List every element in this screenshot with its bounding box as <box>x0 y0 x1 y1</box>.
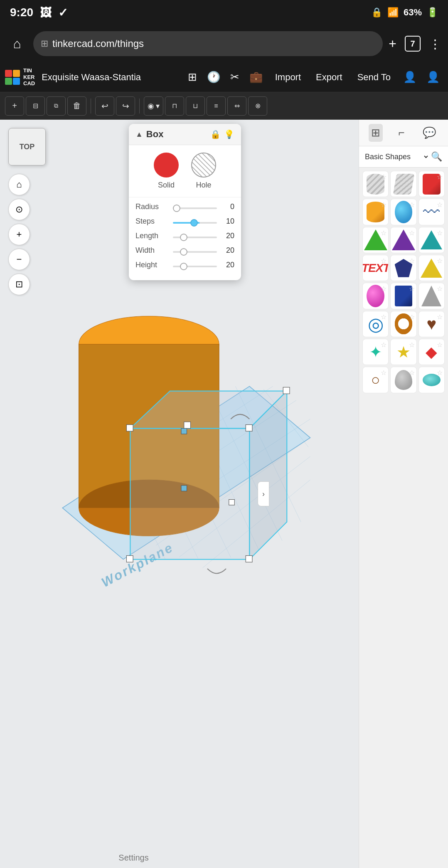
grid-view-btn[interactable]: ⊞ <box>185 67 200 87</box>
toolbar: + ⊟ ⧉ 🗑 ↩ ↪ ◉ ▾ ⊓ ⊔ ≡ ⇔ ⊗ <box>0 92 448 120</box>
workplane-dropdown[interactable]: ◉ ▾ <box>144 96 163 116</box>
url-icon: ⊞ <box>41 38 48 49</box>
shape-card-gray-cone[interactable]: ☆ <box>418 283 445 309</box>
shape-card-orange-cyl[interactable]: ☆ <box>362 199 389 225</box>
align-btn[interactable]: ⊔ <box>186 96 205 116</box>
mirror-btn[interactable]: ⇔ <box>227 96 246 116</box>
height-slider[interactable] <box>173 266 217 267</box>
ruler-btn[interactable]: ⊓ <box>165 96 184 116</box>
shape-star-orange-cyl[interactable]: ☆ <box>381 201 386 209</box>
user-icon[interactable]: 👤 <box>400 67 420 87</box>
shape-star-teal-gem[interactable]: ☆ <box>437 229 443 237</box>
panel-light-icon[interactable]: 💡 <box>224 129 234 139</box>
shape-star-brown-heart[interactable]: ☆ <box>437 313 443 321</box>
shape-card-red-box[interactable]: ☆ <box>418 171 445 197</box>
shape-star-gray-cone[interactable]: ☆ <box>437 285 443 293</box>
dropdown-arrow: ▾ <box>156 101 160 111</box>
corner-view-btn[interactable]: ⌐ <box>396 124 407 142</box>
shape-card-yellow-star[interactable]: ☆ ★ <box>390 339 416 365</box>
project-title: Exquisite Waasa-Stantia <box>42 72 185 83</box>
shape-star-red-box[interactable]: ☆ <box>437 173 443 181</box>
duplicate-btn[interactable]: ⧉ <box>47 96 66 116</box>
shape-card-teal-star[interactable]: ☆ ✦ <box>362 339 389 365</box>
delete-btn[interactable]: 🗑 <box>67 96 86 116</box>
shape-card-dark-gem[interactable]: ☆ <box>390 255 416 281</box>
browser-url-bar[interactable]: ⊞ tinkercad.com/things <box>33 31 383 56</box>
shape-star-teal-disc[interactable]: ☆ <box>437 369 443 377</box>
tab-count-badge[interactable]: 7 <box>405 36 421 52</box>
width-slider[interactable] <box>173 251 217 253</box>
profile-avatar[interactable]: 👤 <box>423 67 443 87</box>
shape-card-blue-cube[interactable]: ☆ <box>390 283 416 309</box>
import-btn[interactable]: Import <box>269 69 307 85</box>
length-slider[interactable] <box>173 237 217 238</box>
settings-footer[interactable]: Settings <box>0 847 267 868</box>
svg-rect-31 <box>181 429 187 434</box>
home-icon[interactable]: ⌂ <box>7 36 27 52</box>
redo-btn[interactable]: ↪ <box>116 96 135 116</box>
shape-card-green-pyramid[interactable]: ☆ <box>362 227 389 253</box>
shape-card-striped-box[interactable]: ☆ <box>390 171 416 197</box>
hole-shape-option[interactable]: Hole <box>191 153 216 190</box>
steps-slider[interactable] <box>173 222 217 224</box>
shape-card-red-gem[interactable]: ☆ ◆ <box>418 339 445 365</box>
panel-collapse-btn[interactable]: ▲ <box>135 130 143 139</box>
shape-card-brown-heart[interactable]: ☆ ♥ <box>418 311 445 337</box>
shape-card-blue-torus[interactable]: ☆ ◎ <box>362 311 389 337</box>
shape-star-yellow-star[interactable]: ☆ <box>409 341 415 349</box>
shape-card-gray-stone[interactable]: ☆ <box>390 367 416 393</box>
browser-menu-icon[interactable]: ⋮ <box>429 37 441 51</box>
arrange-btn[interactable]: ≡ <box>207 96 226 116</box>
status-bar: 9:20 🖼 ✓ 🔒 📶 63% 🔋 <box>0 0 448 25</box>
panel-lock-icon[interactable]: 🔒 <box>210 129 221 139</box>
clock-btn[interactable]: 🕐 <box>204 67 224 87</box>
shape-card-purple-pyramid[interactable]: ☆ <box>390 227 416 253</box>
shape-star-teal-star[interactable]: ☆ <box>381 341 386 349</box>
shape-star-blue-sphere[interactable]: ☆ <box>409 201 415 209</box>
shape-card-blue-wave[interactable]: ☆ 〰 <box>418 199 445 225</box>
search-btn[interactable]: 🔍 <box>429 150 444 164</box>
length-value: 20 <box>221 232 234 240</box>
solid-shape-option[interactable]: Solid <box>154 153 179 190</box>
add-object-btn[interactable]: + <box>5 96 24 116</box>
shapes-view-btn[interactable]: ⊞ <box>369 124 383 142</box>
shape-star-orange-torus[interactable]: ☆ <box>409 313 415 321</box>
shape-card-blue-sphere[interactable]: ☆ <box>390 199 416 225</box>
shape-star-ring[interactable]: ☆ <box>381 369 386 377</box>
scissors-btn[interactable]: ✂ <box>227 67 243 87</box>
shape-star-text[interactable]: ☆ <box>381 257 386 265</box>
send-to-btn[interactable]: Send To <box>352 69 396 85</box>
sidebar-collapse-btn[interactable]: › <box>258 481 269 506</box>
shape-star-blue-cube[interactable]: ☆ <box>409 285 415 293</box>
group-btn[interactable]: ⊗ <box>248 96 267 116</box>
shape-star-magenta[interactable]: ☆ <box>381 285 386 293</box>
copy-btn[interactable]: ⊟ <box>26 96 45 116</box>
notes-view-btn[interactable]: 💬 <box>420 124 438 142</box>
radius-slider[interactable] <box>173 207 217 209</box>
shape-star-red-gem[interactable]: ☆ <box>437 341 443 349</box>
shape-card-teal-disc[interactable]: ☆ <box>418 367 445 393</box>
shape-card-striped-cyl[interactable]: ☆ <box>362 171 389 197</box>
shape-card-ring[interactable]: ☆ ○ <box>362 367 389 393</box>
shape-star-green-pyramid[interactable]: ☆ <box>381 229 386 237</box>
new-tab-icon[interactable]: + <box>389 36 396 52</box>
shape-star-purple-pyramid[interactable]: ☆ <box>409 229 415 237</box>
shape-card-teal-gem[interactable]: ☆ <box>418 227 445 253</box>
shape-card-text[interactable]: ☆ TEXT <box>362 255 389 281</box>
shape-card-orange-torus[interactable]: ☆ <box>390 311 416 337</box>
export-btn[interactable]: Export <box>310 69 348 85</box>
shape-card-yellow-pyramid[interactable]: ☆ <box>418 255 445 281</box>
logo-icon <box>5 70 20 85</box>
shape-star-yellow-pyramid[interactable]: ☆ <box>437 257 443 265</box>
undo-btn[interactable]: ↩ <box>95 96 114 116</box>
shape-star-striped-cyl[interactable]: ☆ <box>381 173 386 181</box>
shape-card-magenta-sphere[interactable]: ☆ <box>362 283 389 309</box>
shape-star-blue-wave[interactable]: ☆ <box>437 201 443 209</box>
shape-star-gray-stone[interactable]: ☆ <box>409 369 415 377</box>
briefcase-btn[interactable]: 💼 <box>246 67 266 87</box>
canvas-area[interactable]: TOP ⌂ ⊙ + − ⊡ <box>0 120 359 868</box>
status-lock-icon: 🔒 <box>371 7 382 18</box>
category-select[interactable]: Basic Shapes <box>363 152 429 161</box>
shape-star-blue-torus[interactable]: ☆ <box>381 313 386 321</box>
svg-rect-29 <box>229 500 235 506</box>
